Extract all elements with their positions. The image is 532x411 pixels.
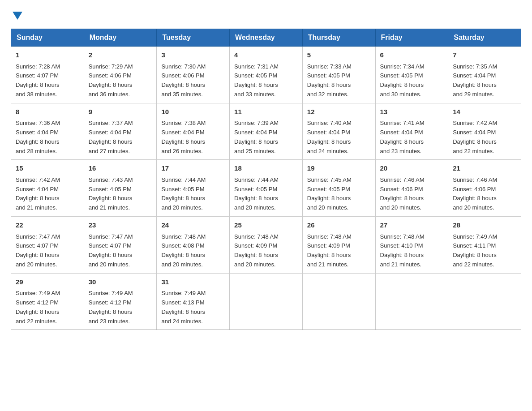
day-number: 10 — [161, 107, 225, 117]
day-info: Sunrise: 7:49 AMSunset: 4:13 PMDaylight:… — [161, 289, 225, 326]
calendar-cell: 22Sunrise: 7:47 AMSunset: 4:07 PMDayligh… — [11, 217, 84, 274]
logo — [11, 11, 22, 20]
calendar-cell: 19Sunrise: 7:45 AMSunset: 4:05 PMDayligh… — [302, 160, 375, 217]
calendar-header-wednesday: Wednesday — [230, 29, 303, 47]
day-info: Sunrise: 7:30 AMSunset: 4:06 PMDaylight:… — [161, 62, 225, 99]
day-info: Sunrise: 7:29 AMSunset: 4:06 PMDaylight:… — [89, 62, 152, 99]
day-info: Sunrise: 7:49 AMSunset: 4:12 PMDaylight:… — [89, 289, 152, 326]
day-info: Sunrise: 7:34 AMSunset: 4:05 PMDaylight:… — [380, 62, 444, 99]
day-info: Sunrise: 7:48 AMSunset: 4:09 PMDaylight:… — [234, 232, 298, 270]
day-number: 5 — [307, 50, 371, 60]
day-info: Sunrise: 7:36 AMSunset: 4:04 PMDaylight:… — [16, 119, 79, 156]
calendar-header-row: SundayMondayTuesdayWednesdayThursdayFrid… — [11, 29, 521, 47]
calendar-cell: 23Sunrise: 7:47 AMSunset: 4:07 PMDayligh… — [84, 217, 157, 274]
day-info: Sunrise: 7:48 AMSunset: 4:09 PMDaylight:… — [307, 232, 371, 270]
day-info: Sunrise: 7:46 AMSunset: 4:06 PMDaylight:… — [453, 176, 516, 213]
day-number: 24 — [161, 220, 225, 231]
day-number: 8 — [16, 107, 79, 117]
day-number: 25 — [234, 220, 298, 231]
day-info: Sunrise: 7:33 AMSunset: 4:05 PMDaylight:… — [307, 62, 371, 99]
page-header — [11, 11, 521, 20]
calendar-cell: 11Sunrise: 7:39 AMSunset: 4:04 PMDayligh… — [230, 103, 303, 160]
day-number: 3 — [161, 50, 225, 60]
day-number: 11 — [234, 107, 298, 117]
calendar-cell: 9Sunrise: 7:37 AMSunset: 4:04 PMDaylight… — [84, 103, 157, 160]
calendar-cell: 25Sunrise: 7:48 AMSunset: 4:09 PMDayligh… — [230, 217, 303, 274]
calendar-cell: 31Sunrise: 7:49 AMSunset: 4:13 PMDayligh… — [157, 273, 230, 330]
day-number: 4 — [234, 50, 298, 60]
day-info: Sunrise: 7:49 AMSunset: 4:12 PMDaylight:… — [16, 289, 79, 326]
calendar-header-tuesday: Tuesday — [157, 29, 230, 47]
calendar-cell: 15Sunrise: 7:42 AMSunset: 4:04 PMDayligh… — [11, 160, 84, 217]
day-number: 19 — [307, 163, 371, 174]
day-number: 1 — [16, 50, 79, 60]
day-number: 16 — [89, 163, 152, 174]
day-info: Sunrise: 7:37 AMSunset: 4:04 PMDaylight:… — [89, 119, 152, 156]
calendar-week-row: 1Sunrise: 7:28 AMSunset: 4:07 PMDaylight… — [11, 47, 521, 103]
day-number: 31 — [161, 277, 225, 287]
day-info: Sunrise: 7:38 AMSunset: 4:04 PMDaylight:… — [161, 119, 225, 156]
day-info: Sunrise: 7:47 AMSunset: 4:07 PMDaylight:… — [89, 232, 152, 270]
calendar-week-row: 22Sunrise: 7:47 AMSunset: 4:07 PMDayligh… — [11, 217, 521, 274]
calendar-cell: 17Sunrise: 7:44 AMSunset: 4:05 PMDayligh… — [157, 160, 230, 217]
day-number: 27 — [380, 220, 444, 231]
day-info: Sunrise: 7:44 AMSunset: 4:05 PMDaylight:… — [234, 176, 298, 213]
day-number: 30 — [89, 277, 152, 287]
calendar-week-row: 8Sunrise: 7:36 AMSunset: 4:04 PMDaylight… — [11, 103, 521, 160]
calendar-cell: 16Sunrise: 7:43 AMSunset: 4:05 PMDayligh… — [84, 160, 157, 217]
day-number: 22 — [16, 220, 79, 231]
day-number: 2 — [89, 50, 152, 60]
calendar-cell: 5Sunrise: 7:33 AMSunset: 4:05 PMDaylight… — [302, 47, 375, 103]
day-info: Sunrise: 7:49 AMSunset: 4:11 PMDaylight:… — [453, 232, 516, 270]
day-number: 7 — [453, 50, 516, 60]
calendar-cell: 4Sunrise: 7:31 AMSunset: 4:05 PMDaylight… — [230, 47, 303, 103]
day-info: Sunrise: 7:43 AMSunset: 4:05 PMDaylight:… — [89, 176, 152, 213]
day-info: Sunrise: 7:47 AMSunset: 4:07 PMDaylight:… — [16, 232, 79, 270]
calendar-cell — [375, 273, 448, 330]
day-info: Sunrise: 7:45 AMSunset: 4:05 PMDaylight:… — [307, 176, 371, 213]
calendar-table: SundayMondayTuesdayWednesdayThursdayFrid… — [11, 29, 521, 330]
calendar-cell: 7Sunrise: 7:35 AMSunset: 4:04 PMDaylight… — [448, 47, 521, 103]
calendar-week-row: 29Sunrise: 7:49 AMSunset: 4:12 PMDayligh… — [11, 273, 521, 330]
day-number: 15 — [16, 163, 79, 174]
day-number: 18 — [234, 163, 298, 174]
day-number: 17 — [161, 163, 225, 174]
calendar-header-saturday: Saturday — [448, 29, 521, 47]
calendar-cell: 30Sunrise: 7:49 AMSunset: 4:12 PMDayligh… — [84, 273, 157, 330]
day-info: Sunrise: 7:35 AMSunset: 4:04 PMDaylight:… — [453, 62, 516, 99]
calendar-cell: 1Sunrise: 7:28 AMSunset: 4:07 PMDaylight… — [11, 47, 84, 103]
calendar-cell: 3Sunrise: 7:30 AMSunset: 4:06 PMDaylight… — [157, 47, 230, 103]
day-number: 20 — [380, 163, 444, 174]
day-number: 12 — [307, 107, 371, 117]
day-info: Sunrise: 7:39 AMSunset: 4:04 PMDaylight:… — [234, 119, 298, 156]
day-number: 23 — [89, 220, 152, 231]
calendar-cell: 2Sunrise: 7:29 AMSunset: 4:06 PMDaylight… — [84, 47, 157, 103]
calendar-cell — [302, 273, 375, 330]
calendar-cell — [448, 273, 521, 330]
calendar-cell: 20Sunrise: 7:46 AMSunset: 4:06 PMDayligh… — [375, 160, 448, 217]
calendar-cell — [230, 273, 303, 330]
day-info: Sunrise: 7:46 AMSunset: 4:06 PMDaylight:… — [380, 176, 444, 213]
calendar-header-monday: Monday — [84, 29, 157, 47]
svg-marker-0 — [13, 12, 22, 20]
calendar-cell: 28Sunrise: 7:49 AMSunset: 4:11 PMDayligh… — [448, 217, 521, 274]
day-info: Sunrise: 7:42 AMSunset: 4:04 PMDaylight:… — [453, 119, 516, 156]
day-info: Sunrise: 7:48 AMSunset: 4:10 PMDaylight:… — [380, 232, 444, 270]
calendar-header-sunday: Sunday — [11, 29, 84, 47]
calendar-week-row: 15Sunrise: 7:42 AMSunset: 4:04 PMDayligh… — [11, 160, 521, 217]
calendar-cell: 12Sunrise: 7:40 AMSunset: 4:04 PMDayligh… — [302, 103, 375, 160]
calendar-cell: 10Sunrise: 7:38 AMSunset: 4:04 PMDayligh… — [157, 103, 230, 160]
day-info: Sunrise: 7:41 AMSunset: 4:04 PMDaylight:… — [380, 119, 444, 156]
calendar-cell: 21Sunrise: 7:46 AMSunset: 4:06 PMDayligh… — [448, 160, 521, 217]
day-info: Sunrise: 7:31 AMSunset: 4:05 PMDaylight:… — [234, 62, 298, 99]
calendar-cell: 27Sunrise: 7:48 AMSunset: 4:10 PMDayligh… — [375, 217, 448, 274]
day-number: 29 — [16, 277, 79, 287]
calendar-header-friday: Friday — [375, 29, 448, 47]
logo-triangle-icon — [13, 12, 22, 20]
day-info: Sunrise: 7:40 AMSunset: 4:04 PMDaylight:… — [307, 119, 371, 156]
calendar-cell: 18Sunrise: 7:44 AMSunset: 4:05 PMDayligh… — [230, 160, 303, 217]
day-info: Sunrise: 7:44 AMSunset: 4:05 PMDaylight:… — [161, 176, 225, 213]
calendar-cell: 24Sunrise: 7:48 AMSunset: 4:08 PMDayligh… — [157, 217, 230, 274]
calendar-cell: 26Sunrise: 7:48 AMSunset: 4:09 PMDayligh… — [302, 217, 375, 274]
day-number: 13 — [380, 107, 444, 117]
